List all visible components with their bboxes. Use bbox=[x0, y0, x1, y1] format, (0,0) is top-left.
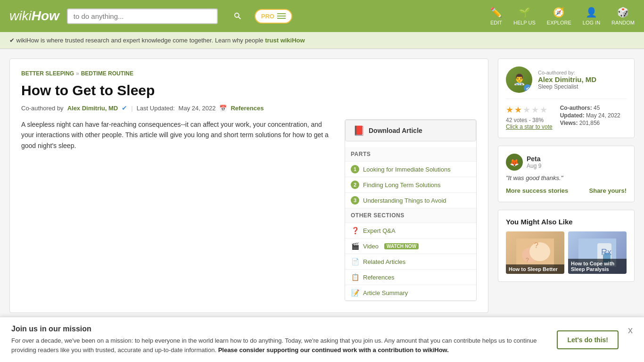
toc-summary-label: Article Summary bbox=[363, 289, 408, 296]
table-of-contents: 📕 Download Article PARTS 1 Looking for I… bbox=[345, 119, 477, 301]
logo-how: How bbox=[32, 8, 59, 24]
rating-section: ★ ★ ★ ★ ★ 42 votes - 38% Click a star to… bbox=[506, 99, 627, 130]
star-4[interactable]: ★ bbox=[531, 105, 539, 115]
cookie-text: For over a decade, we've been on a missi… bbox=[11, 336, 547, 354]
toc-expert-qa[interactable]: ❓ Expert Q&A bbox=[345, 223, 476, 239]
article-description: A sleepless night can have far-reaching … bbox=[21, 119, 333, 301]
pro-badge[interactable]: PRO bbox=[255, 9, 292, 24]
logo[interactable]: wikiHow bbox=[9, 8, 59, 24]
also-like-grid: ? ? How to Sleep Better Rx bbox=[506, 231, 627, 274]
nav-random-label: RANDOM bbox=[611, 20, 635, 25]
breadcrumb: BETTER SLEEPING » BEDTIME ROUTINE bbox=[21, 70, 477, 77]
nav-random[interactable]: 🎲 RANDOM bbox=[611, 7, 635, 25]
success-date: Aug 9 bbox=[527, 163, 541, 169]
author-header: 👨‍⚕️ ✔ Co-authored by: Alex Dimitriu, MD… bbox=[506, 66, 627, 93]
toc-related-articles[interactable]: 📄 Related Articles bbox=[345, 254, 476, 270]
search-button[interactable] bbox=[227, 8, 247, 24]
author-info: Co-authored by: Alex Dimitriu, MD Sleep … bbox=[538, 70, 627, 90]
article-meta: Co-authored by Alex Dimitriu, MD ✔ | Las… bbox=[21, 104, 477, 112]
views-label: Views: bbox=[560, 120, 578, 126]
login-icon: 👤 bbox=[586, 7, 597, 18]
calendar-icon: 📅 bbox=[219, 105, 227, 112]
nav-edit[interactable]: ✏️ EDIT bbox=[490, 7, 502, 25]
star-3[interactable]: ★ bbox=[523, 105, 530, 115]
download-label: Download Article bbox=[369, 127, 422, 134]
toc-part-1-label: Looking for Immediate Solutions bbox=[363, 166, 451, 173]
cookie-button[interactable]: Let's do this! bbox=[557, 330, 619, 349]
coauthored-label: Co-authored by: bbox=[538, 70, 627, 75]
main-layout: BETTER SLEEPING » BEDTIME ROUTINE How to… bbox=[0, 49, 644, 362]
toc-parts-label: PARTS bbox=[345, 147, 476, 162]
toc-related-label: Related Articles bbox=[363, 258, 405, 265]
toc-article-summary[interactable]: 📝 Article Summary bbox=[345, 285, 476, 301]
video-icon: 🎬 bbox=[351, 242, 359, 250]
author-link[interactable]: Alex Dimitriu, MD bbox=[67, 105, 118, 112]
nav-login-label: LOG IN bbox=[583, 20, 600, 25]
logo-wiki: wiki bbox=[9, 8, 32, 24]
svg-text:?: ? bbox=[534, 241, 538, 249]
meta-separator: | bbox=[131, 105, 132, 112]
toc-num-3: 3 bbox=[351, 196, 359, 205]
cookie-close-button[interactable]: x bbox=[628, 325, 633, 336]
cookie-text-bold: Please consider supporting our continued… bbox=[218, 346, 449, 354]
download-button[interactable]: 📕 Download Article bbox=[345, 120, 476, 141]
star-5[interactable]: ★ bbox=[540, 105, 547, 115]
svg-point-8 bbox=[529, 242, 550, 261]
nav-explore[interactable]: 🧭 EXPLORE bbox=[547, 7, 571, 25]
cookie-banner: Join us in our mission For over a decade… bbox=[0, 317, 644, 362]
star-2[interactable]: ★ bbox=[514, 105, 522, 115]
sleep-better-thumbnail: ? ? bbox=[516, 239, 554, 267]
author-avatar: 👨‍⚕️ ✔ bbox=[506, 66, 532, 93]
coauthors-stat: Co-authors: 45 bbox=[560, 105, 620, 111]
success-user: 🦊 Peta Aug 9 bbox=[506, 154, 627, 171]
random-icon: 🎲 bbox=[617, 7, 629, 18]
breadcrumb-cat1[interactable]: BETTER SLEEPING bbox=[21, 70, 74, 77]
views-stat: Views: 201,856 bbox=[560, 120, 620, 126]
nav-bar: ✏️ EDIT 🌱 HELP US 🧭 EXPLORE 👤 LOG IN 🎲 R… bbox=[490, 7, 635, 25]
qa-icon: ❓ bbox=[351, 226, 359, 235]
nav-explore-label: EXPLORE bbox=[547, 20, 571, 25]
cookie-content: Join us in our mission For over a decade… bbox=[11, 325, 547, 354]
toc-part-2[interactable]: 2 Finding Long Term Solutions bbox=[345, 177, 476, 193]
nav-login[interactable]: 👤 LOG IN bbox=[583, 7, 600, 25]
also-like-item-1[interactable]: ? ? How to Sleep Better bbox=[506, 231, 564, 274]
star-rating[interactable]: ★ ★ ★ ★ ★ bbox=[506, 105, 553, 115]
toc-video-label: Video bbox=[363, 243, 379, 250]
help-icon: 🌱 bbox=[519, 7, 530, 18]
references-icon: 📋 bbox=[351, 273, 359, 281]
toc-num-2: 2 bbox=[351, 181, 359, 189]
toc-references[interactable]: 📋 References bbox=[345, 270, 476, 285]
star-1[interactable]: ★ bbox=[506, 105, 513, 115]
toc-part-3-label: Understanding Things to Avoid bbox=[363, 197, 446, 204]
coauthors-count: 45 bbox=[594, 105, 600, 111]
nav-edit-label: EDIT bbox=[490, 20, 502, 25]
trust-text: ✔ wikiHow is where trusted research and … bbox=[9, 37, 265, 44]
success-card: 🦊 Peta Aug 9 "It was good thanks." More … bbox=[498, 146, 635, 202]
more-stories-link[interactable]: More success stories bbox=[506, 187, 568, 194]
trust-link[interactable]: trust wikiHow bbox=[265, 37, 305, 44]
toc-video[interactable]: 🎬 Video WATCH NOW bbox=[345, 239, 476, 254]
votes-text: 42 votes - 38% bbox=[506, 117, 553, 123]
share-link[interactable]: Share yours! bbox=[589, 187, 627, 194]
also-like-item-2[interactable]: Rx How to Cope with Sleep Paralysis bbox=[568, 231, 627, 274]
references-meta-link[interactable]: References bbox=[231, 105, 264, 112]
click-to-vote[interactable]: Click a star to vote bbox=[506, 123, 553, 130]
search-input[interactable] bbox=[74, 12, 211, 20]
breadcrumb-cat2[interactable]: BEDTIME ROUTINE bbox=[81, 70, 133, 77]
toc-part-1[interactable]: 1 Looking for Immediate Solutions bbox=[345, 162, 476, 177]
nav-help-label: HELP US bbox=[513, 20, 536, 25]
article-stats: Co-authors: 45 Updated: May 24, 2022 Vie… bbox=[560, 105, 620, 127]
updated-stat: Updated: May 24, 2022 bbox=[560, 112, 620, 119]
svg-text:?: ? bbox=[526, 257, 529, 263]
last-updated-date: May 24, 2022 bbox=[179, 105, 216, 112]
also-like-card: You Might Also Like ? ? How to Sleep Bet… bbox=[498, 210, 635, 282]
views-count: 201,856 bbox=[579, 120, 600, 126]
toc-part-3[interactable]: 3 Understanding Things to Avoid bbox=[345, 193, 476, 208]
success-avatar: 🦊 bbox=[506, 154, 523, 171]
also-like-label-2: How to Cope with Sleep Paralysis bbox=[568, 259, 627, 274]
edit-icon: ✏️ bbox=[490, 7, 502, 18]
explore-icon: 🧭 bbox=[553, 7, 565, 18]
also-like-title: You Might Also Like bbox=[506, 218, 627, 226]
nav-help[interactable]: 🌱 HELP US bbox=[513, 7, 536, 25]
success-username: Peta bbox=[527, 155, 541, 163]
